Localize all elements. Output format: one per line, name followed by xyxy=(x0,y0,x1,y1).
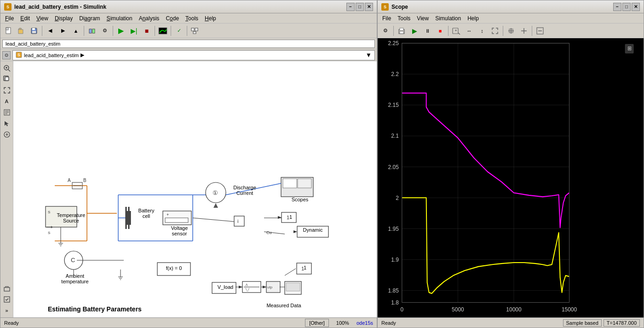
scope-fit-view[interactable] xyxy=(489,25,501,37)
scope-zoom-in[interactable] xyxy=(450,25,462,37)
scope-menu-file[interactable]: File xyxy=(380,14,394,23)
svg-text:1: 1 xyxy=(287,215,289,220)
menu-diagram[interactable]: Diagram xyxy=(76,14,103,23)
scope-button[interactable] xyxy=(157,25,169,37)
menu-display[interactable]: Display xyxy=(52,14,75,23)
scope-status-right: Sample based T=14787.000 xyxy=(563,319,640,327)
breadcrumb-arrow: ▶ xyxy=(80,52,84,58)
scope-save-view[interactable] xyxy=(505,25,517,37)
svg-text:2.25: 2.25 xyxy=(388,40,399,47)
open-button[interactable] xyxy=(15,25,27,37)
svg-text:2.05: 2.05 xyxy=(388,164,399,170)
breadcrumb-dropdown[interactable]: ▼ xyxy=(366,52,372,59)
menu-help[interactable]: Help xyxy=(202,14,219,23)
format-tool[interactable] xyxy=(2,129,12,140)
scope-status-ready: Ready xyxy=(381,320,396,326)
port-tool[interactable]: A xyxy=(2,96,12,106)
scope-pause-button[interactable]: ⏸ xyxy=(421,25,433,37)
scope-menu-tools[interactable]: Tools xyxy=(395,14,413,23)
svg-text:1.85: 1.85 xyxy=(388,287,399,294)
new-button[interactable] xyxy=(2,25,14,37)
menu-file[interactable]: File xyxy=(2,14,17,23)
address-bar: lead_acid_battery_estim xyxy=(0,38,377,49)
scope-menu-view[interactable]: View xyxy=(414,14,431,23)
canvas-area[interactable]: A B S S xyxy=(13,61,377,317)
scope-run-button[interactable]: ▶ xyxy=(408,25,420,37)
menu-simulation[interactable]: Simulation xyxy=(104,14,135,23)
menu-view[interactable]: View xyxy=(34,14,51,23)
library-button[interactable] xyxy=(86,25,98,37)
zoom-out-tool[interactable] xyxy=(2,74,12,84)
svg-rect-102 xyxy=(400,28,403,30)
svg-line-14 xyxy=(8,70,10,71)
settings-button[interactable]: ⚙ xyxy=(99,25,111,37)
link-tuned[interactable]: Tuned xyxy=(116,317,132,317)
select-tool[interactable] xyxy=(2,118,12,129)
simulink-window: S lead_acid_battery_estim - Simulink − □… xyxy=(0,0,377,328)
svg-rect-35 xyxy=(46,206,77,227)
svg-rect-33 xyxy=(72,182,82,189)
scope-menu-help[interactable]: Help xyxy=(465,14,482,23)
blocks-button[interactable] xyxy=(189,25,201,37)
svg-line-63 xyxy=(226,183,281,195)
save-button[interactable] xyxy=(28,25,40,37)
back-button[interactable]: ◀ xyxy=(44,25,56,37)
scope-close-button[interactable]: ✕ xyxy=(632,3,640,11)
minimize-button[interactable]: − xyxy=(346,3,355,11)
svg-text:\_/: \_/ xyxy=(246,287,249,291)
scope-menu-simulation[interactable]: Simulation xyxy=(432,14,464,23)
address-text[interactable]: lead_acid_battery_estim xyxy=(2,40,375,48)
f-eq-label: f(x) = 0 xyxy=(158,265,190,271)
fit-tool[interactable] xyxy=(2,85,12,95)
scope-minimize-button[interactable]: − xyxy=(613,3,621,11)
other-button[interactable]: [Other] xyxy=(305,319,329,327)
step-button[interactable]: ▶| xyxy=(128,25,140,37)
link-initial[interactable]: Initial xyxy=(100,317,113,317)
scope-cursor[interactable] xyxy=(518,25,530,37)
svg-text:2: 2 xyxy=(396,194,399,201)
svg-rect-8 xyxy=(191,28,194,31)
close-button[interactable]: ✕ xyxy=(365,3,373,11)
menu-edit[interactable]: Edit xyxy=(17,14,33,23)
svg-rect-76 xyxy=(242,281,261,293)
stop-button[interactable]: ■ xyxy=(141,25,153,37)
scope-stop-button[interactable]: ■ xyxy=(434,25,446,37)
scope-tool-extra[interactable] xyxy=(534,25,546,37)
svg-rect-75 xyxy=(212,282,236,293)
scope-window: S Scope − □ ✕ File Tools View Simulation… xyxy=(377,0,644,328)
status-ready: Ready xyxy=(4,320,19,326)
scope-maximize-button[interactable]: □ xyxy=(622,3,631,11)
menu-analysis[interactable]: Analysis xyxy=(136,14,162,23)
simulink-menubar: File Edit View Display Diagram Simulatio… xyxy=(0,13,377,23)
zoom-in-tool[interactable] xyxy=(2,63,12,73)
bottom-tool-arrow[interactable]: » xyxy=(2,305,12,316)
scope-zoom-y[interactable]: ↕ xyxy=(476,25,488,37)
menu-tools[interactable]: Tools xyxy=(183,14,201,23)
svg-rect-84 xyxy=(297,263,311,274)
simulink-icon: S xyxy=(4,3,12,11)
svg-text:S: S xyxy=(17,53,20,57)
scope-zoom-x[interactable]: ↔ xyxy=(463,25,475,37)
toolbar-sep-1 xyxy=(42,26,42,36)
svg-rect-64 xyxy=(234,216,244,226)
wiring-diagram: A B S S xyxy=(13,61,377,317)
up-button[interactable]: ▲ xyxy=(70,25,82,37)
bottom-tool-2[interactable] xyxy=(2,294,12,305)
scope-print-button[interactable] xyxy=(396,25,408,37)
bottom-tool-1[interactable] xyxy=(2,283,12,293)
annot-tool[interactable] xyxy=(2,107,12,117)
main-content: A » xyxy=(0,61,377,317)
simulink-toolbar: ◀ ▶ ▲ ⚙ ▶ ▶| ■ ✓ xyxy=(0,23,377,38)
forward-button[interactable]: ▶ xyxy=(57,25,69,37)
svg-point-92 xyxy=(64,251,83,269)
scope-settings-button[interactable]: ⚙ xyxy=(380,25,391,37)
left-sidebar: A » xyxy=(0,61,13,317)
svg-rect-71 xyxy=(297,226,328,237)
scope-plot-area[interactable]: 2.25 2.2 2.15 2.1 2.05 2 1.95 1.9 1.85 1… xyxy=(378,38,644,317)
menu-code[interactable]: Code xyxy=(163,14,182,23)
zoom-level: 100% xyxy=(336,320,349,326)
nav-home[interactable]: ⊙ xyxy=(2,51,11,59)
maximize-button[interactable]: □ xyxy=(356,3,364,11)
run-button[interactable]: ▶ xyxy=(115,25,127,37)
check-button[interactable]: ✓ xyxy=(173,25,185,37)
